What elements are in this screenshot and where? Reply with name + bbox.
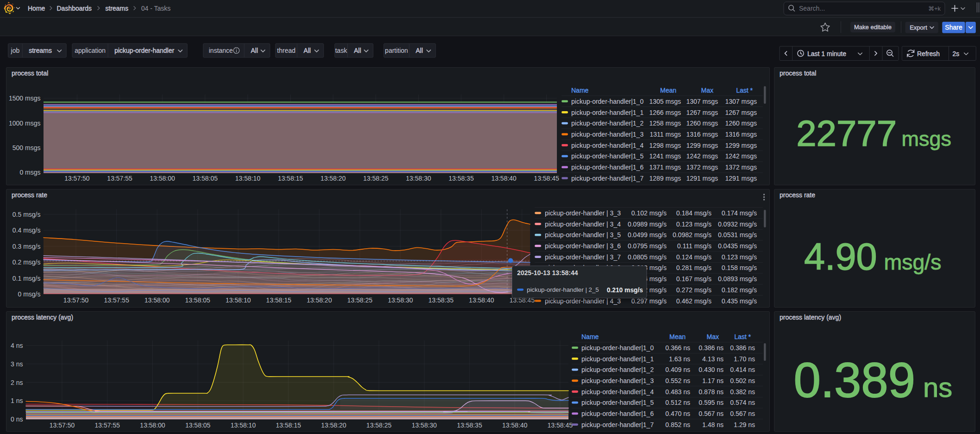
svg-text:13:58:30: 13:58:30 — [412, 421, 437, 429]
svg-text:1.48 ns: 1.48 ns — [702, 421, 724, 428]
svg-text:0.414 ns: 0.414 ns — [730, 366, 755, 373]
svg-text:13:58:25: 13:58:25 — [366, 421, 392, 429]
svg-text:0.462 msg/s: 0.462 msg/s — [676, 297, 712, 305]
svg-text:Max: Max — [701, 87, 713, 94]
svg-text:13:57:55: 13:57:55 — [95, 421, 120, 429]
svg-text:pickup-order-handler|1_3: pickup-order-handler|1_3 — [581, 377, 654, 384]
svg-text:500 msgs: 500 msgs — [12, 144, 41, 151]
svg-text:job: job — [11, 47, 20, 54]
svg-text:0 msgs: 0 msgs — [19, 169, 40, 176]
svg-text:application: application — [75, 47, 106, 54]
svg-text:0.878 ns: 0.878 ns — [699, 388, 724, 396]
svg-text:0.123 msg/s: 0.123 msg/s — [722, 253, 757, 261]
svg-text:13:58:35: 13:58:35 — [428, 296, 454, 304]
svg-text:0.124 msg/s: 0.124 msg/s — [676, 253, 712, 261]
svg-text:1298 msgs: 1298 msgs — [649, 142, 681, 149]
svg-text:0.0499 msg/s: 0.0499 msg/s — [628, 231, 667, 239]
svg-text:0.552 ns: 0.552 ns — [665, 377, 690, 384]
svg-text:pickup-order-handler|1_2: pickup-order-handler|1_2 — [581, 366, 654, 373]
svg-text:pickup-order-handler|1_5: pickup-order-handler|1_5 — [581, 399, 654, 406]
svg-text:instance: instance — [209, 47, 233, 54]
svg-text:1372 msgs: 1372 msgs — [725, 164, 757, 171]
svg-text:pickup-order-handler|1_1: pickup-order-handler|1_1 — [571, 109, 643, 116]
svg-text:13:58:40: 13:58:40 — [469, 296, 494, 304]
svg-text:pickup-order-handler|1_5: pickup-order-handler|1_5 — [571, 152, 643, 160]
svg-text:1316 msgs: 1316 msgs — [687, 131, 718, 138]
svg-text:2025-10-13 13:58:44: 2025-10-13 13:58:44 — [517, 269, 578, 277]
svg-text:0.123 msg/s: 0.123 msg/s — [676, 220, 712, 228]
svg-text:0.430 ns: 0.430 ns — [699, 366, 724, 373]
svg-text:13:57:55: 13:57:55 — [107, 175, 132, 182]
svg-text:All: All — [354, 47, 362, 54]
svg-text:pickup-order-handler|1_0: pickup-order-handler|1_0 — [581, 344, 654, 352]
svg-text:13:58:40: 13:58:40 — [502, 421, 528, 429]
svg-text:13:58:15: 13:58:15 — [266, 296, 292, 304]
svg-text:0.111 msg/s: 0.111 msg/s — [677, 242, 712, 250]
svg-text:13:58:15: 13:58:15 — [278, 175, 303, 182]
svg-text:0.281 msg/s: 0.281 msg/s — [676, 264, 712, 271]
svg-text:13:58:15: 13:58:15 — [276, 421, 301, 429]
svg-text:msg/s: msg/s — [884, 250, 942, 274]
svg-text:1000 msgs: 1000 msgs — [9, 120, 40, 127]
svg-text:0.0805 msg/s: 0.0805 msg/s — [628, 253, 667, 261]
svg-text:2 ns: 2 ns — [11, 379, 23, 386]
svg-text:0.182 msg/s: 0.182 msg/s — [722, 286, 757, 294]
svg-text:pickup-order-handler|1_2: pickup-order-handler|1_2 — [571, 120, 643, 127]
svg-text:pickup-order-handler | 2_5: pickup-order-handler | 2_5 — [527, 286, 599, 293]
svg-text:4.90: 4.90 — [804, 236, 877, 277]
svg-text:Name: Name — [571, 87, 589, 94]
svg-text:1291 msgs: 1291 msgs — [725, 175, 757, 182]
svg-text:1.29 ns: 1.29 ns — [734, 421, 755, 428]
svg-text:ns: ns — [923, 372, 952, 403]
svg-text:2s: 2s — [953, 50, 960, 57]
svg-text:13:57:55: 13:57:55 — [104, 296, 129, 304]
svg-text:1299 msgs: 1299 msgs — [725, 142, 757, 149]
svg-text:Name: Name — [581, 333, 599, 340]
svg-text:0.158 msg/s: 0.158 msg/s — [722, 264, 757, 271]
svg-text:0.483 ns: 0.483 ns — [665, 388, 690, 396]
svg-text:3 ns: 3 ns — [11, 360, 23, 368]
svg-text:0.852 ns: 0.852 ns — [665, 421, 690, 428]
svg-text:13:57:50: 13:57:50 — [63, 296, 89, 304]
svg-text:0.595 ns: 0.595 ns — [699, 399, 724, 406]
svg-text:13:58:45: 13:58:45 — [548, 421, 573, 429]
svg-text:1372 msgs: 1372 msgs — [687, 164, 718, 171]
svg-text:13:58:05: 13:58:05 — [185, 296, 211, 304]
svg-text:streams: streams — [29, 47, 52, 54]
svg-text:0.174 msg/s: 0.174 msg/s — [722, 209, 757, 217]
svg-text:Home: Home — [28, 5, 45, 12]
svg-text:process latency (avg): process latency (avg) — [780, 314, 841, 321]
svg-text:0.272 msg/s: 0.272 msg/s — [676, 286, 712, 294]
svg-text:Mean: Mean — [660, 87, 676, 94]
svg-text:22777: 22777 — [796, 113, 897, 154]
svg-text:1311 msgs: 1311 msgs — [650, 131, 681, 138]
svg-text:pickup-order-handler|1_6: pickup-order-handler|1_6 — [581, 410, 654, 417]
svg-text:1267 msgs: 1267 msgs — [687, 109, 718, 116]
svg-text:0.512 ns: 0.512 ns — [665, 399, 690, 406]
svg-text:13:58:35: 13:58:35 — [449, 175, 474, 182]
svg-text:⌘+k: ⌘+k — [928, 5, 941, 12]
svg-text:1289 msgs: 1289 msgs — [649, 175, 681, 182]
svg-text:0.502 ns: 0.502 ns — [730, 377, 755, 384]
svg-text:0.1 msg/s: 0.1 msg/s — [12, 275, 41, 282]
svg-text:0 ns: 0 ns — [11, 415, 23, 423]
svg-text:0.366 ns: 0.366 ns — [665, 344, 690, 352]
svg-text:Export: Export — [910, 24, 927, 31]
svg-text:13:58:20: 13:58:20 — [306, 296, 332, 304]
svg-text:msgs: msgs — [902, 127, 952, 151]
svg-text:process total: process total — [12, 69, 48, 77]
svg-text:1307 msgs: 1307 msgs — [687, 98, 718, 105]
svg-text:0.0982 msg/s: 0.0982 msg/s — [673, 231, 712, 239]
svg-text:Max: Max — [707, 333, 719, 340]
svg-text:pickup-order-handler|1_0: pickup-order-handler|1_0 — [571, 98, 643, 105]
svg-text:Search...: Search... — [799, 5, 825, 12]
svg-text:13:58:30: 13:58:30 — [406, 175, 431, 182]
svg-text:pickup-order-handler|1_7: pickup-order-handler|1_7 — [581, 421, 654, 428]
svg-text:Refresh: Refresh — [917, 50, 940, 57]
svg-text:13:57:50: 13:57:50 — [64, 175, 90, 182]
svg-text:1.63 ns: 1.63 ns — [669, 355, 690, 363]
svg-text:13:58:10: 13:58:10 — [231, 421, 256, 429]
svg-text:pickup-order-handler | 3_4: pickup-order-handler | 3_4 — [545, 220, 621, 228]
svg-text:13:58:40: 13:58:40 — [491, 175, 517, 182]
svg-text:pickup-order-handler | 3_7: pickup-order-handler | 3_7 — [545, 253, 621, 261]
